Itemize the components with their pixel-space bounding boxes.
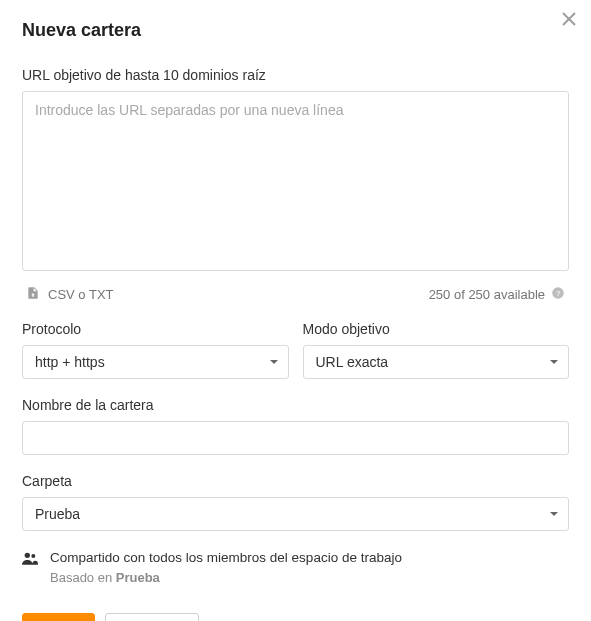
cancel-button[interactable]: Cancelar: [105, 613, 199, 621]
shared-line: Compartido con todos los miembros del es…: [50, 549, 402, 567]
close-icon[interactable]: [561, 10, 577, 30]
shared-info: Compartido con todos los miembros del es…: [22, 549, 569, 587]
help-icon[interactable]: ?: [551, 286, 565, 303]
available-counter: 250 of 250 available ?: [429, 286, 565, 303]
modal-actions: Crear Cancelar: [22, 613, 569, 621]
protocol-value: http + https: [35, 354, 105, 370]
upload-label: CSV o TXT: [48, 287, 114, 302]
url-label: URL objetivo de hasta 10 dominios raíz: [22, 67, 569, 83]
svg-text:?: ?: [556, 289, 560, 298]
folder-select[interactable]: Prueba: [22, 497, 569, 531]
svg-point-4: [25, 553, 30, 558]
create-button[interactable]: Crear: [22, 613, 95, 621]
target-mode-select[interactable]: URL exacta: [303, 345, 570, 379]
folder-value: Prueba: [35, 506, 80, 522]
new-portfolio-modal: Nueva cartera URL objetivo de hasta 10 d…: [0, 0, 591, 621]
textarea-footer: CSV o TXT 250 of 250 available ?: [22, 286, 569, 303]
url-textarea[interactable]: [22, 91, 569, 271]
upload-icon: [26, 286, 40, 303]
target-mode-value: URL exacta: [316, 354, 389, 370]
available-text: 250 of 250 available: [429, 287, 545, 302]
protocol-select[interactable]: http + https: [22, 345, 289, 379]
shared-based-on: Basado en Prueba: [50, 569, 402, 587]
protocol-label: Protocolo: [22, 321, 289, 337]
folder-label: Carpeta: [22, 473, 569, 489]
portfolio-name-label: Nombre de la cartera: [22, 397, 569, 413]
svg-point-5: [31, 554, 35, 558]
users-icon: [22, 549, 38, 587]
modal-title: Nueva cartera: [22, 20, 569, 41]
portfolio-name-input[interactable]: [22, 421, 569, 455]
upload-file-button[interactable]: CSV o TXT: [26, 286, 114, 303]
target-mode-label: Modo objetivo: [303, 321, 570, 337]
